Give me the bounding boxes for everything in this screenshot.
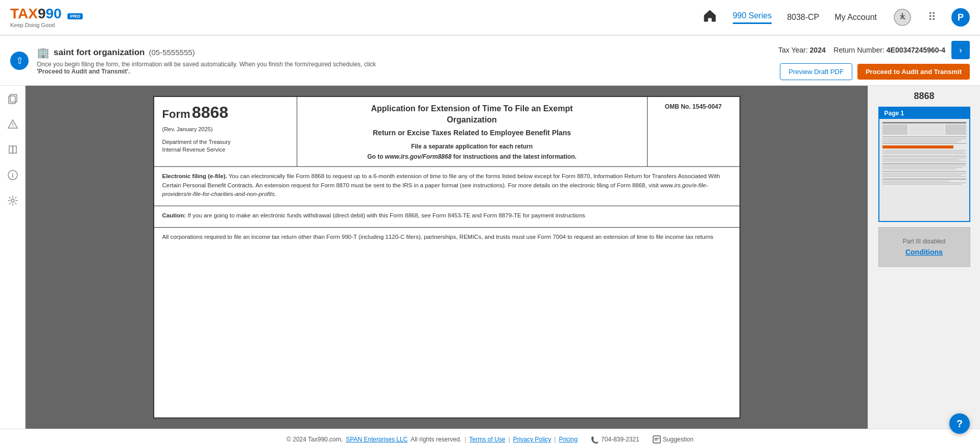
clock-icon[interactable]: ✕ bbox=[892, 7, 913, 28]
suggestion-icon bbox=[653, 435, 661, 443]
logo-area: TAX990 PRO Keep Doing Good bbox=[10, 7, 83, 28]
settings-icon[interactable] bbox=[5, 193, 20, 208]
part-disabled-label: Part III disabled bbox=[884, 238, 965, 245]
info-icon[interactable]: i bbox=[5, 167, 20, 183]
org-name: saint fort organization bbox=[54, 47, 145, 58]
footer-suggestion[interactable]: Suggestion bbox=[653, 435, 694, 443]
footer-span-link[interactable]: SPAN Enterprises LLC bbox=[346, 436, 408, 443]
org-ein: (05-5555555) bbox=[149, 48, 195, 57]
phone-icon bbox=[591, 435, 599, 443]
form-rev: (Rev. January 2025) bbox=[162, 126, 289, 132]
copy-icon[interactable] bbox=[5, 91, 20, 106]
book-icon[interactable] bbox=[5, 142, 20, 157]
footer-phone-number: 704-839-2321 bbox=[601, 436, 639, 443]
user-avatar[interactable]: P bbox=[951, 8, 970, 27]
footer-terms-link[interactable]: Terms of Use bbox=[469, 436, 506, 443]
logo-badge: PRO bbox=[67, 13, 83, 19]
caution-section: Caution: If you are going to make an ele… bbox=[154, 206, 739, 228]
footer-suggestion-label: Suggestion bbox=[663, 436, 694, 443]
right-form-label: 8868 bbox=[914, 91, 934, 102]
logo-text: TAX990 bbox=[10, 6, 65, 21]
preview-draft-button[interactable]: Preview Draft PDF bbox=[780, 63, 852, 80]
footer-rights: All rights reserved. bbox=[411, 436, 461, 443]
tax-year-value: 2024 bbox=[810, 46, 826, 54]
form-sep-label: File a separate application for each ret… bbox=[307, 143, 637, 150]
form-omb: OMB No. 1545-0047 bbox=[656, 103, 731, 110]
header-nav: 990 Series 8038-CP My Account ✕ ⠿ P bbox=[702, 7, 970, 28]
nav-8038cp[interactable]: 8038-CP bbox=[787, 13, 819, 22]
footer-privacy-link[interactable]: Privacy Policy bbox=[513, 436, 552, 443]
part-disabled-box: Part III disabled Conditions bbox=[878, 227, 970, 267]
form-title-org: Organization bbox=[307, 114, 637, 126]
form-number: 8868 bbox=[192, 103, 228, 121]
form-area: Form 8868 (Rev. January 2025) Department… bbox=[26, 86, 868, 429]
form-dept: Department of the Treasury Internal Reve… bbox=[162, 138, 289, 154]
building-icon: 🏢 bbox=[37, 46, 50, 59]
nav-990-series[interactable]: 990 Series bbox=[733, 11, 772, 24]
footer-copyright: © 2024 Tax990.com, bbox=[286, 436, 343, 443]
form-document: Form 8868 (Rev. January 2025) Department… bbox=[153, 96, 740, 418]
footer: © 2024 Tax990.com, SPAN Enterprises LLC … bbox=[0, 429, 980, 444]
svg-point-7 bbox=[11, 199, 14, 202]
page-thumb-image bbox=[879, 119, 969, 221]
tax-year-label: Tax Year: 2024 Return Number: 4E00347245… bbox=[778, 46, 945, 54]
form-url: www.irs.gov/Form8868 bbox=[385, 153, 451, 160]
footer-sep2: | bbox=[508, 436, 510, 443]
next-button[interactable]: › bbox=[951, 41, 970, 59]
nav-my-account[interactable]: My Account bbox=[834, 13, 877, 22]
page-label: Page 1 bbox=[879, 108, 969, 119]
form-title-main: Application for Extension of Time To Fil… bbox=[307, 103, 637, 114]
corporations-section: All corporations required to file an inc… bbox=[154, 228, 739, 249]
page-thumbnail[interactable]: Page 1 bbox=[878, 107, 970, 222]
caution-title: Caution: bbox=[162, 212, 186, 218]
corporations-text: All corporations required to file an inc… bbox=[162, 233, 731, 241]
left-sidebar: ! i bbox=[0, 86, 26, 429]
svg-text:!: ! bbox=[12, 122, 13, 128]
warning-icon[interactable]: ! bbox=[5, 116, 20, 132]
grid-icon[interactable]: ⠿ bbox=[928, 11, 936, 24]
form-title-sub: Return or Excise Taxes Related to Employ… bbox=[307, 128, 637, 138]
right-panel: 8868 Page 1 bbox=[868, 86, 980, 429]
collapse-button[interactable]: ⇧ bbox=[10, 52, 29, 70]
sub-header: ⇧ 🏢 saint fort organization (05-5555555)… bbox=[0, 36, 980, 86]
logo-tagline: Keep Doing Good bbox=[10, 22, 55, 28]
footer-phone: 704-839-2321 bbox=[591, 435, 639, 443]
return-number: 4E00347245960-4 bbox=[887, 46, 945, 54]
form-label: Form bbox=[162, 108, 190, 120]
efile-title: Electronic filing (e-file). bbox=[162, 173, 227, 179]
main-layout: ! i bbox=[0, 86, 980, 429]
home-icon[interactable] bbox=[702, 8, 718, 27]
form-url-line: Go to www.irs.gov/Form8868 for instructi… bbox=[307, 153, 637, 160]
footer-pricing-link[interactable]: Pricing bbox=[559, 436, 578, 443]
svg-text:i: i bbox=[12, 172, 13, 179]
proceed-audit-button[interactable]: Proceed to Audit and Transmit bbox=[857, 64, 970, 80]
conditions-link[interactable]: Conditions bbox=[905, 248, 943, 256]
header: TAX990 PRO Keep Doing Good 990 Series 80… bbox=[0, 0, 980, 36]
efile-text: You can electronically file Form 8868 to… bbox=[162, 173, 720, 188]
footer-sep1: | bbox=[465, 436, 466, 443]
org-notice: Once you begin filing the form, the info… bbox=[37, 61, 394, 75]
svg-rect-8 bbox=[653, 436, 660, 443]
caution-text: If you are going to make an electronic f… bbox=[187, 212, 585, 218]
footer-sep3: | bbox=[554, 436, 556, 443]
efile-section: Electronic filing (e-file). You can elec… bbox=[154, 167, 739, 206]
help-button[interactable]: ? bbox=[949, 413, 970, 434]
